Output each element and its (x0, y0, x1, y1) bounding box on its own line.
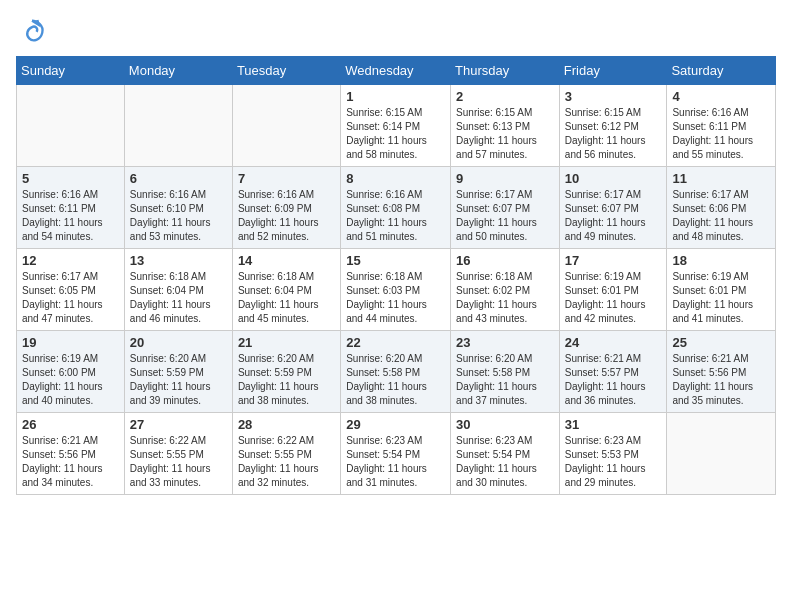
day-info: Sunrise: 6:17 AM Sunset: 6:06 PM Dayligh… (672, 188, 770, 244)
day-number: 8 (346, 171, 445, 186)
week-row-1: 1Sunrise: 6:15 AM Sunset: 6:14 PM Daylig… (17, 85, 776, 167)
day-number: 18 (672, 253, 770, 268)
day-cell: 15Sunrise: 6:18 AM Sunset: 6:03 PM Dayli… (341, 249, 451, 331)
day-info: Sunrise: 6:23 AM Sunset: 5:53 PM Dayligh… (565, 434, 662, 490)
day-info: Sunrise: 6:20 AM Sunset: 5:58 PM Dayligh… (456, 352, 554, 408)
day-cell (17, 85, 125, 167)
day-info: Sunrise: 6:15 AM Sunset: 6:13 PM Dayligh… (456, 106, 554, 162)
day-cell: 26Sunrise: 6:21 AM Sunset: 5:56 PM Dayli… (17, 413, 125, 495)
day-info: Sunrise: 6:16 AM Sunset: 6:09 PM Dayligh… (238, 188, 335, 244)
day-number: 10 (565, 171, 662, 186)
day-cell: 28Sunrise: 6:22 AM Sunset: 5:55 PM Dayli… (232, 413, 340, 495)
calendar-table: SundayMondayTuesdayWednesdayThursdayFrid… (16, 56, 776, 495)
day-number: 23 (456, 335, 554, 350)
day-cell: 23Sunrise: 6:20 AM Sunset: 5:58 PM Dayli… (451, 331, 560, 413)
header-cell-saturday: Saturday (667, 57, 776, 85)
day-cell: 7Sunrise: 6:16 AM Sunset: 6:09 PM Daylig… (232, 167, 340, 249)
day-info: Sunrise: 6:16 AM Sunset: 6:08 PM Dayligh… (346, 188, 445, 244)
header-cell-sunday: Sunday (17, 57, 125, 85)
day-cell: 20Sunrise: 6:20 AM Sunset: 5:59 PM Dayli… (124, 331, 232, 413)
day-cell: 18Sunrise: 6:19 AM Sunset: 6:01 PM Dayli… (667, 249, 776, 331)
day-number: 3 (565, 89, 662, 104)
day-cell: 3Sunrise: 6:15 AM Sunset: 6:12 PM Daylig… (559, 85, 667, 167)
day-cell: 31Sunrise: 6:23 AM Sunset: 5:53 PM Dayli… (559, 413, 667, 495)
day-number: 24 (565, 335, 662, 350)
day-number: 6 (130, 171, 227, 186)
day-info: Sunrise: 6:20 AM Sunset: 5:59 PM Dayligh… (238, 352, 335, 408)
day-cell: 9Sunrise: 6:17 AM Sunset: 6:07 PM Daylig… (451, 167, 560, 249)
day-cell (124, 85, 232, 167)
day-info: Sunrise: 6:16 AM Sunset: 6:11 PM Dayligh… (22, 188, 119, 244)
day-info: Sunrise: 6:17 AM Sunset: 6:07 PM Dayligh… (565, 188, 662, 244)
day-number: 5 (22, 171, 119, 186)
day-cell: 22Sunrise: 6:20 AM Sunset: 5:58 PM Dayli… (341, 331, 451, 413)
day-info: Sunrise: 6:23 AM Sunset: 5:54 PM Dayligh… (456, 434, 554, 490)
day-info: Sunrise: 6:16 AM Sunset: 6:11 PM Dayligh… (672, 106, 770, 162)
day-number: 31 (565, 417, 662, 432)
day-info: Sunrise: 6:21 AM Sunset: 5:56 PM Dayligh… (672, 352, 770, 408)
day-info: Sunrise: 6:18 AM Sunset: 6:02 PM Dayligh… (456, 270, 554, 326)
day-info: Sunrise: 6:15 AM Sunset: 6:14 PM Dayligh… (346, 106, 445, 162)
day-cell: 27Sunrise: 6:22 AM Sunset: 5:55 PM Dayli… (124, 413, 232, 495)
header-cell-friday: Friday (559, 57, 667, 85)
week-row-5: 26Sunrise: 6:21 AM Sunset: 5:56 PM Dayli… (17, 413, 776, 495)
day-number: 25 (672, 335, 770, 350)
day-number: 13 (130, 253, 227, 268)
day-info: Sunrise: 6:21 AM Sunset: 5:57 PM Dayligh… (565, 352, 662, 408)
day-number: 30 (456, 417, 554, 432)
day-cell: 11Sunrise: 6:17 AM Sunset: 6:06 PM Dayli… (667, 167, 776, 249)
day-info: Sunrise: 6:18 AM Sunset: 6:03 PM Dayligh… (346, 270, 445, 326)
logo-icon (18, 16, 46, 44)
day-info: Sunrise: 6:18 AM Sunset: 6:04 PM Dayligh… (238, 270, 335, 326)
day-number: 12 (22, 253, 119, 268)
day-info: Sunrise: 6:20 AM Sunset: 5:59 PM Dayligh… (130, 352, 227, 408)
day-info: Sunrise: 6:15 AM Sunset: 6:12 PM Dayligh… (565, 106, 662, 162)
day-number: 9 (456, 171, 554, 186)
day-info: Sunrise: 6:17 AM Sunset: 6:07 PM Dayligh… (456, 188, 554, 244)
day-number: 29 (346, 417, 445, 432)
day-number: 21 (238, 335, 335, 350)
day-number: 4 (672, 89, 770, 104)
day-info: Sunrise: 6:19 AM Sunset: 6:01 PM Dayligh… (565, 270, 662, 326)
day-cell (232, 85, 340, 167)
day-info: Sunrise: 6:21 AM Sunset: 5:56 PM Dayligh… (22, 434, 119, 490)
calendar-header: SundayMondayTuesdayWednesdayThursdayFrid… (17, 57, 776, 85)
day-info: Sunrise: 6:20 AM Sunset: 5:58 PM Dayligh… (346, 352, 445, 408)
day-info: Sunrise: 6:17 AM Sunset: 6:05 PM Dayligh… (22, 270, 119, 326)
day-cell: 12Sunrise: 6:17 AM Sunset: 6:05 PM Dayli… (17, 249, 125, 331)
day-number: 11 (672, 171, 770, 186)
week-row-4: 19Sunrise: 6:19 AM Sunset: 6:00 PM Dayli… (17, 331, 776, 413)
day-info: Sunrise: 6:19 AM Sunset: 6:00 PM Dayligh… (22, 352, 119, 408)
day-number: 17 (565, 253, 662, 268)
header-cell-monday: Monday (124, 57, 232, 85)
day-cell: 4Sunrise: 6:16 AM Sunset: 6:11 PM Daylig… (667, 85, 776, 167)
page-header (16, 16, 776, 44)
day-cell (667, 413, 776, 495)
day-cell: 5Sunrise: 6:16 AM Sunset: 6:11 PM Daylig… (17, 167, 125, 249)
day-info: Sunrise: 6:19 AM Sunset: 6:01 PM Dayligh… (672, 270, 770, 326)
week-row-2: 5Sunrise: 6:16 AM Sunset: 6:11 PM Daylig… (17, 167, 776, 249)
day-number: 19 (22, 335, 119, 350)
day-number: 27 (130, 417, 227, 432)
day-number: 1 (346, 89, 445, 104)
day-cell: 17Sunrise: 6:19 AM Sunset: 6:01 PM Dayli… (559, 249, 667, 331)
day-cell: 21Sunrise: 6:20 AM Sunset: 5:59 PM Dayli… (232, 331, 340, 413)
day-cell: 1Sunrise: 6:15 AM Sunset: 6:14 PM Daylig… (341, 85, 451, 167)
day-info: Sunrise: 6:16 AM Sunset: 6:10 PM Dayligh… (130, 188, 227, 244)
day-number: 15 (346, 253, 445, 268)
header-cell-wednesday: Wednesday (341, 57, 451, 85)
calendar-body: 1Sunrise: 6:15 AM Sunset: 6:14 PM Daylig… (17, 85, 776, 495)
day-cell: 10Sunrise: 6:17 AM Sunset: 6:07 PM Dayli… (559, 167, 667, 249)
day-number: 28 (238, 417, 335, 432)
day-number: 20 (130, 335, 227, 350)
day-number: 7 (238, 171, 335, 186)
day-number: 14 (238, 253, 335, 268)
day-info: Sunrise: 6:22 AM Sunset: 5:55 PM Dayligh… (238, 434, 335, 490)
day-number: 22 (346, 335, 445, 350)
day-info: Sunrise: 6:23 AM Sunset: 5:54 PM Dayligh… (346, 434, 445, 490)
day-cell: 16Sunrise: 6:18 AM Sunset: 6:02 PM Dayli… (451, 249, 560, 331)
day-cell: 14Sunrise: 6:18 AM Sunset: 6:04 PM Dayli… (232, 249, 340, 331)
day-cell: 24Sunrise: 6:21 AM Sunset: 5:57 PM Dayli… (559, 331, 667, 413)
header-cell-tuesday: Tuesday (232, 57, 340, 85)
day-number: 26 (22, 417, 119, 432)
